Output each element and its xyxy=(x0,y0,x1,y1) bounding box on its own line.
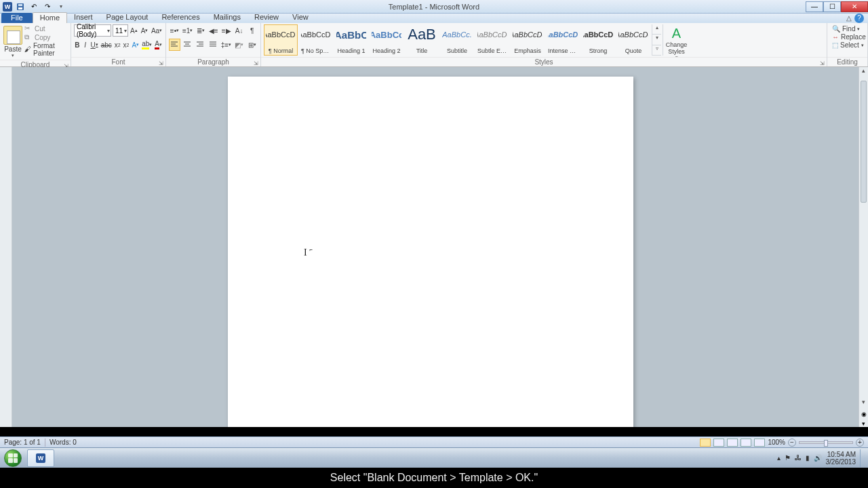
maximize-button[interactable]: ☐ xyxy=(823,1,841,12)
style-intense-e-[interactable]: AaBbCcDcIntense E... xyxy=(546,24,580,56)
qat-dropdown-icon[interactable]: ▾ xyxy=(56,1,66,12)
scroll-down-icon[interactable]: ▾ xyxy=(652,35,661,45)
network-icon[interactable]: 🖧 xyxy=(795,454,802,462)
taskbar-word-button[interactable]: W xyxy=(27,449,54,467)
shading-button[interactable]: ◩▾ xyxy=(233,39,245,51)
zoom-slider[interactable] xyxy=(799,441,853,444)
line-spacing-button[interactable]: ‡≡▾ xyxy=(220,39,232,51)
tab-page-layout[interactable]: Page Layout xyxy=(100,12,155,23)
save-icon[interactable] xyxy=(15,1,26,12)
next-page-icon[interactable]: ▾ xyxy=(859,420,868,427)
change-styles-button[interactable]: AChangeStyles▾ xyxy=(663,24,690,56)
style--normal[interactable]: AaBbCcDc¶ Normal xyxy=(264,24,298,56)
show-hidden-icon[interactable]: ▴ xyxy=(777,454,781,462)
grow-font-button[interactable]: A▴ xyxy=(130,24,139,37)
volume-icon[interactable]: 🔊 xyxy=(814,454,822,462)
zoom-out-button[interactable]: − xyxy=(788,439,796,447)
text-effects-button[interactable]: A▾ xyxy=(132,39,140,51)
word-count[interactable]: Words: 0 xyxy=(50,439,77,446)
full-screen-view-button[interactable] xyxy=(713,439,724,447)
chevron-down-icon[interactable]: ▾ xyxy=(107,28,110,34)
minimize-button[interactable]: — xyxy=(806,1,823,12)
format-painter-button[interactable]: 🖌 Format Painter xyxy=(24,42,68,57)
styles-more-icon[interactable]: ▿ xyxy=(652,45,661,56)
shrink-font-button[interactable]: A▾ xyxy=(140,24,149,37)
outline-view-button[interactable] xyxy=(741,439,751,447)
vertical-scrollbar[interactable]: ▴ ▾ ◉ ▾ xyxy=(859,67,868,427)
scroll-up-icon[interactable]: ▴ xyxy=(859,67,868,77)
align-center-button[interactable] xyxy=(182,39,193,51)
scroll-down-icon[interactable]: ▾ xyxy=(859,399,868,408)
close-button[interactable]: ✕ xyxy=(841,1,868,12)
tab-references[interactable]: References xyxy=(155,12,206,23)
draft-view-button[interactable] xyxy=(754,439,765,447)
bold-button[interactable]: B xyxy=(74,39,81,51)
dialog-launcher-icon[interactable]: ⇲ xyxy=(252,59,259,66)
underline-button[interactable]: U▾ xyxy=(90,39,98,51)
redo-icon[interactable]: ↷ xyxy=(42,1,53,12)
chevron-down-icon[interactable]: ▾ xyxy=(12,53,14,58)
style-title[interactable]: AaBTitle xyxy=(405,24,439,56)
subscript-button[interactable]: x2 xyxy=(114,39,121,51)
chevron-down-icon[interactable]: ▾ xyxy=(124,28,127,34)
show-desktop-button[interactable] xyxy=(860,449,864,467)
tab-review[interactable]: Review xyxy=(248,12,285,23)
increase-indent-button[interactable]: ≡▶ xyxy=(220,24,232,37)
style-heading-1[interactable]: AaBbCHeading 1 xyxy=(334,24,368,56)
file-tab[interactable]: File xyxy=(1,13,33,23)
paste-button[interactable]: Paste ▾ xyxy=(3,24,23,58)
start-button[interactable] xyxy=(0,448,26,468)
prev-page-icon[interactable]: ◉ xyxy=(859,411,868,418)
style-subtitle[interactable]: AaBbCc.Subtitle xyxy=(440,24,474,56)
battery-icon[interactable]: ▮ xyxy=(806,454,810,462)
undo-icon[interactable]: ↶ xyxy=(28,1,39,12)
tab-view[interactable]: View xyxy=(285,12,315,23)
zoom-level[interactable]: 100% xyxy=(768,439,785,446)
find-button[interactable]: 🔍Find▾ xyxy=(832,25,866,33)
select-button[interactable]: ⬚Select▾ xyxy=(832,41,866,49)
strikethrough-button[interactable]: abc xyxy=(100,39,113,51)
numbering-button[interactable]: ≡1▾ xyxy=(182,24,193,37)
font-color-button[interactable]: A▾ xyxy=(154,39,163,51)
print-layout-view-button[interactable] xyxy=(700,439,711,447)
scroll-thumb[interactable] xyxy=(861,81,867,203)
zoom-in-button[interactable]: + xyxy=(856,439,864,447)
document-page[interactable] xyxy=(228,77,633,427)
page-status[interactable]: Page: 1 of 1 xyxy=(4,439,41,446)
minimize-ribbon-icon[interactable]: △ xyxy=(846,14,852,22)
change-case-button[interactable]: Aa▾ xyxy=(151,24,163,37)
font-name-combo[interactable]: Calibri (Body)▾ xyxy=(74,24,111,37)
style-quote[interactable]: AaBbCcDcQuote xyxy=(616,24,650,56)
styles-scroll[interactable]: ▴▾▿ xyxy=(652,24,661,56)
tab-mailings[interactable]: Mailings xyxy=(207,12,248,23)
tab-insert[interactable]: Insert xyxy=(67,12,100,23)
help-icon[interactable]: ? xyxy=(854,14,864,23)
bullets-button[interactable]: ≡•▾ xyxy=(169,24,180,37)
sort-button[interactable]: A↓ xyxy=(233,24,245,37)
vertical-ruler[interactable] xyxy=(0,67,12,427)
decrease-indent-button[interactable]: ◀≡ xyxy=(208,24,219,37)
highlight-button[interactable]: ab▾ xyxy=(141,39,153,51)
multilevel-list-button[interactable]: ≣▾ xyxy=(195,24,206,37)
dialog-launcher-icon[interactable]: ⇲ xyxy=(157,59,164,66)
style-heading-2[interactable]: AaBbCcHeading 2 xyxy=(370,24,403,56)
style-strong[interactable]: AaBbCcDcStrong xyxy=(581,24,615,56)
align-left-button[interactable] xyxy=(169,39,180,51)
font-size-combo[interactable]: 11▾ xyxy=(113,24,128,37)
tab-home[interactable]: Home xyxy=(33,12,67,23)
show-marks-button[interactable]: ¶ xyxy=(246,24,258,37)
scroll-up-icon[interactable]: ▴ xyxy=(652,24,661,35)
clock[interactable]: 10:54 AM 3/26/2013 xyxy=(826,451,856,466)
web-layout-view-button[interactable] xyxy=(727,439,738,447)
style-emphasis[interactable]: AaBbCcDcEmphasis xyxy=(511,24,545,56)
replace-button[interactable]: ↔Replace xyxy=(832,33,866,41)
borders-button[interactable]: ⊞▾ xyxy=(246,39,258,51)
flag-icon[interactable]: ⚑ xyxy=(785,454,791,462)
style--no-spaci-[interactable]: AaBbCcDc¶ No Spaci... xyxy=(299,24,333,56)
dialog-launcher-icon[interactable]: ⇲ xyxy=(818,59,825,66)
style-subtle-em-[interactable]: AaBbCcDcSubtle Em... xyxy=(475,24,509,56)
zoom-thumb[interactable] xyxy=(824,440,828,447)
align-right-button[interactable] xyxy=(195,39,206,51)
justify-button[interactable] xyxy=(208,39,219,51)
italic-button[interactable]: I xyxy=(82,39,89,51)
